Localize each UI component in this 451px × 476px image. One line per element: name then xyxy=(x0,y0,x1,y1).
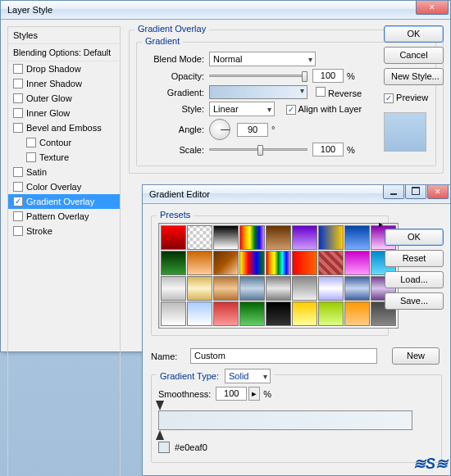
angle-value[interactable]: 90 xyxy=(237,123,268,137)
style-item-drop-shadow[interactable]: Drop Shadow xyxy=(8,61,120,76)
scale-slider[interactable] xyxy=(209,148,308,151)
style-item-stroke[interactable]: Stroke xyxy=(8,224,120,238)
ge-ok-button[interactable]: OK xyxy=(385,229,444,246)
preset-swatch[interactable] xyxy=(344,276,370,301)
preset-swatch[interactable] xyxy=(239,251,265,275)
preset-swatch[interactable] xyxy=(161,225,186,250)
preset-swatch[interactable] xyxy=(187,276,212,301)
preset-swatch[interactable] xyxy=(344,251,370,275)
smoothness-value[interactable]: 100 xyxy=(216,387,247,401)
style-checkbox[interactable] xyxy=(13,211,23,221)
preset-swatch[interactable] xyxy=(161,251,186,275)
gradient-bar[interactable] xyxy=(158,410,412,430)
style-checkbox[interactable] xyxy=(13,167,23,177)
styles-header[interactable]: Styles xyxy=(8,27,120,44)
close-icon[interactable] xyxy=(416,1,449,15)
ge-reset-button[interactable]: Reset xyxy=(385,250,444,267)
preset-swatch[interactable] xyxy=(292,276,317,301)
close-icon[interactable] xyxy=(427,185,449,199)
align-checkbox[interactable]: ✓ xyxy=(286,105,296,115)
preset-swatch[interactable] xyxy=(318,225,344,250)
ge-new-button[interactable]: New xyxy=(392,347,440,365)
blending-options-row[interactable]: Blending Options: Default xyxy=(8,44,120,61)
preset-swatch[interactable] xyxy=(187,225,212,250)
preset-swatch[interactable] xyxy=(213,225,239,250)
preview-checkbox[interactable]: ✓ xyxy=(384,93,394,103)
cancel-button[interactable]: Cancel xyxy=(384,47,444,64)
style-checkbox[interactable]: ✓ xyxy=(13,197,23,206)
preset-swatch[interactable] xyxy=(344,301,370,326)
preset-swatch[interactable] xyxy=(292,225,317,250)
subgroup-legend: Gradient xyxy=(142,36,183,46)
style-checkbox[interactable] xyxy=(26,138,36,147)
new-style-button[interactable]: New Style... xyxy=(384,68,444,85)
style-select[interactable]: Linear xyxy=(209,102,275,116)
presets-legend: Presets xyxy=(157,210,194,220)
opacity-slider[interactable] xyxy=(209,75,308,77)
opacity-stop[interactable] xyxy=(156,401,164,410)
styles-panel: Styles Blending Options: Default Drop Sh… xyxy=(7,26,121,476)
ge-save-button[interactable]: Save... xyxy=(385,292,444,310)
preset-swatch[interactable] xyxy=(318,251,344,275)
maximize-icon[interactable] xyxy=(405,185,426,199)
preset-swatch[interactable] xyxy=(213,301,239,326)
style-item-pattern-overlay[interactable]: Pattern Overlay xyxy=(8,209,120,224)
name-label: Name: xyxy=(151,351,190,361)
style-item-outer-glow[interactable]: Outer Glow xyxy=(8,91,120,106)
style-item-gradient-overlay[interactable]: ✓Gradient Overlay xyxy=(8,194,120,209)
style-checkbox[interactable] xyxy=(26,152,36,162)
preset-swatch[interactable] xyxy=(161,276,186,301)
gradient-editor-titlebar[interactable]: Gradient Editor xyxy=(143,185,450,204)
ok-button[interactable]: OK xyxy=(384,25,444,43)
minimize-icon[interactable] xyxy=(383,185,404,199)
preset-swatch[interactable] xyxy=(266,276,291,301)
gradient-picker[interactable] xyxy=(209,85,308,99)
angle-dial[interactable] xyxy=(209,119,230,140)
color-stop[interactable] xyxy=(156,430,164,440)
preset-swatch[interactable] xyxy=(266,301,291,326)
preset-swatch[interactable] xyxy=(187,251,212,275)
preset-swatch[interactable] xyxy=(292,251,317,275)
preset-swatch[interactable] xyxy=(213,251,239,275)
style-checkbox[interactable] xyxy=(13,79,23,88)
preset-swatch[interactable] xyxy=(292,301,317,326)
name-input[interactable]: Custom xyxy=(190,348,377,364)
style-item-inner-shadow[interactable]: Inner Shadow xyxy=(8,76,120,91)
style-item-texture[interactable]: Texture xyxy=(8,150,120,165)
style-checkbox[interactable] xyxy=(13,108,23,118)
blend-mode-select[interactable]: Normal xyxy=(209,52,316,66)
opacity-value[interactable]: 100 xyxy=(312,69,344,83)
type-select[interactable]: Solid xyxy=(225,369,271,383)
style-item-inner-glow[interactable]: Inner Glow xyxy=(8,106,120,120)
presets-menu-icon[interactable]: ▸ xyxy=(379,220,383,229)
scale-value[interactable]: 100 xyxy=(312,143,344,156)
preset-swatch[interactable] xyxy=(239,276,265,301)
preset-swatch[interactable] xyxy=(187,301,212,326)
watermark-logo: ≋S≋ xyxy=(413,455,448,473)
preset-swatch[interactable] xyxy=(344,225,370,250)
style-item-contour[interactable]: Contour xyxy=(8,135,120,150)
style-label: Stroke xyxy=(26,226,52,236)
style-checkbox[interactable] xyxy=(13,64,23,74)
preset-swatch[interactable] xyxy=(266,251,291,275)
style-checkbox[interactable] xyxy=(13,182,23,192)
preset-swatch[interactable] xyxy=(266,225,291,250)
preset-swatch[interactable] xyxy=(161,301,186,326)
ge-load-button[interactable]: Load... xyxy=(385,271,444,288)
preset-swatch[interactable] xyxy=(318,301,344,326)
preset-swatch[interactable] xyxy=(213,276,239,301)
layer-style-titlebar[interactable]: Layer Style xyxy=(1,1,450,20)
style-item-color-overlay[interactable]: Color Overlay xyxy=(8,179,120,194)
style-item-bevel-and-emboss[interactable]: Bevel and Emboss xyxy=(8,120,120,135)
preset-swatch[interactable] xyxy=(239,301,265,326)
preset-swatch[interactable] xyxy=(318,276,344,301)
color-swatch[interactable] xyxy=(158,442,170,453)
smoothness-menu-icon[interactable]: ▸ xyxy=(248,387,260,401)
preset-swatch[interactable] xyxy=(239,225,265,250)
style-checkbox[interactable] xyxy=(13,93,23,103)
style-checkbox[interactable] xyxy=(13,123,23,133)
smoothness-label: Smoothness: xyxy=(158,389,211,399)
style-checkbox[interactable] xyxy=(13,226,23,236)
reverse-checkbox[interactable] xyxy=(316,87,326,97)
style-item-satin[interactable]: Satin xyxy=(8,165,120,179)
